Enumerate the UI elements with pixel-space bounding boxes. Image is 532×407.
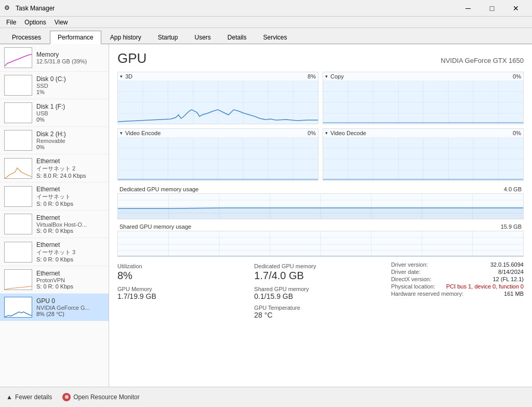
title-bar-text: Task Manager: [16, 5, 456, 12]
stat-temp-value: 28 °C: [254, 311, 387, 319]
tab-apphistory[interactable]: App history: [102, 31, 149, 44]
maximize-button[interactable]: □: [480, 0, 504, 17]
sidebar-item-ethernet5[interactable]: Ethernet ProtonVPN S: 0 R: 0 Kbps: [0, 266, 109, 294]
chart-decode-name: Video Decode: [330, 130, 366, 136]
sidebar-item-disk0[interactable]: Disk 0 (C:) SSD 1%: [0, 72, 109, 99]
chart-encode-label: ▾ Video Encode 0%: [118, 129, 318, 138]
sidebar-item-ethernet4[interactable]: Ethernet イーサネット 3 S: 0 R: 0 Kbps: [0, 238, 109, 266]
shared-memory-title: Shared GPU memory usage: [119, 224, 191, 230]
main-layout: Memory 12.5/31.8 GB (39%) Disk 0 (C:) SS…: [0, 44, 532, 387]
sidebar-item-memory[interactable]: Memory 12.5/31.8 GB (39%): [0, 44, 109, 72]
tab-processes[interactable]: Processes: [4, 31, 49, 44]
chart-3d-value: 8%: [308, 73, 316, 80]
sidebar-sub-memory: 12.5/31.8 GB (39%): [36, 58, 104, 64]
fewer-details-icon: ▲: [6, 393, 12, 401]
sidebar-name-gpu0: GPU 0: [36, 297, 104, 305]
sidebar-name-ethernet3: Ethernet: [36, 214, 104, 221]
sidebar-thumb-disk2: [4, 130, 32, 151]
charts-top-row: ▾ 3D 8%: [117, 72, 524, 124]
dedicated-memory-section: Dedicated GPU memory usage 4.0 GB: [117, 185, 524, 219]
minimize-button[interactable]: ─: [456, 0, 480, 17]
stat-driver-version-row: Driver version: 32.0.15.6094: [391, 261, 524, 268]
chevron-copy-icon: ▾: [325, 74, 328, 79]
chevron-encode-icon: ▾: [120, 130, 123, 136]
stat-driver-date-row: Driver date: 8/14/2024: [391, 268, 524, 275]
sidebar-sub-disk0: SSD: [36, 83, 104, 89]
charts-middle-row: ▾ Video Encode 0%: [117, 128, 524, 181]
sidebar-stat-ethernet5: S: 0 R: 0 Kbps: [36, 283, 104, 290]
svg-marker-56: [118, 208, 523, 219]
sidebar-name-disk2: Disk 2 (H:): [36, 130, 104, 138]
chart-copy-name: Copy: [330, 73, 344, 80]
sidebar-item-ethernet1[interactable]: Ethernet イーサネット 2 S: 8.0 R: 24.0 Kbps: [0, 154, 109, 182]
shared-memory-chart: [117, 231, 524, 257]
tab-details[interactable]: Details: [220, 31, 255, 44]
sidebar-item-disk2[interactable]: Disk 2 (H:) Removable 0%: [0, 127, 109, 154]
sidebar-sub-disk2: Removable: [36, 138, 104, 144]
sidebar-sub-gpu0: NVIDIA GeForce G...: [36, 305, 104, 311]
sidebar-item-disk1[interactable]: Disk 1 (F:) USB 0%: [0, 99, 109, 127]
sidebar-thumb-ethernet2: [4, 186, 32, 207]
fewer-details-link[interactable]: ▲ Fewer details: [6, 393, 52, 401]
sidebar-thumb-ethernet5: [4, 269, 32, 290]
sidebar-stat-ethernet3: S: 0 R: 0 Kbps: [36, 228, 104, 234]
title-bar: ⚙ Task Manager ─ □ ✕: [0, 0, 532, 17]
sidebar-sub-ethernet2: イーサネット: [36, 193, 104, 201]
stat-dedicated-label: Dedicated GPU memory: [254, 263, 387, 269]
chart-encode-name: Video Encode: [125, 130, 161, 136]
menu-bar: File Options View: [0, 17, 532, 28]
chart-decode-canvas: [323, 138, 523, 180]
resource-monitor-icon: ⊗: [62, 393, 71, 401]
stat-gpu-memory-value: 1.7/19.9 GB: [117, 292, 250, 300]
sidebar-item-gpu0[interactable]: GPU 0 NVIDIA GeForce G... 8% (28 °C): [0, 294, 109, 321]
chevron-3d-icon: ▾: [120, 74, 123, 79]
close-button[interactable]: ✕: [504, 0, 528, 17]
stat-driver-version-val: 32.0.15.6094: [490, 261, 524, 268]
app-icon: ⚙: [4, 4, 12, 12]
sidebar-name-ethernet5: Ethernet: [36, 270, 104, 277]
dedicated-memory-chart: [117, 193, 524, 219]
svg-rect-0: [5, 95, 32, 96]
dedicated-memory-value: 4.0 GB: [504, 186, 522, 192]
chart-copy-canvas: [323, 81, 523, 124]
shared-memory-label: Shared GPU memory usage 15.9 GB: [117, 222, 524, 231]
shared-memory-value: 15.9 GB: [501, 224, 522, 230]
stat-hw-reserved-row: Hardware reserved memory: 161 MB: [391, 290, 524, 297]
sidebar-name-disk0: Disk 0 (C:): [36, 75, 104, 83]
menu-options[interactable]: Options: [20, 18, 50, 27]
sidebar-item-ethernet3[interactable]: Ethernet VirtualBox Host-O... S: 0 R: 0 …: [0, 211, 109, 238]
chevron-decode-icon: ▾: [325, 130, 328, 136]
stat-utilization-value: 8%: [117, 269, 250, 282]
chart-3d-canvas: [118, 81, 318, 124]
open-resource-monitor-link[interactable]: ⊗ Open Resource Monitor: [62, 393, 139, 401]
sidebar-thumb-ethernet3: [4, 214, 32, 234]
stat-col-2: Dedicated GPU memory 1.7/4.0 GB Shared G…: [254, 261, 387, 319]
sidebar-stat-gpu0: 8% (28 °C): [36, 311, 104, 317]
sidebar-sub-disk1: USB: [36, 110, 104, 116]
dedicated-memory-label: Dedicated GPU memory usage 4.0 GB: [117, 185, 524, 193]
menu-view[interactable]: View: [50, 18, 72, 27]
chart-copy: ▾ Copy 0%: [323, 72, 524, 124]
stat-col-1: Utilization 8% GPU Memory 1.7/19.9 GB: [117, 261, 250, 319]
sidebar-item-ethernet2[interactable]: Ethernet イーサネット S: 0 R: 0 Kbps: [0, 182, 109, 211]
stat-driver-date-key: Driver date:: [391, 269, 421, 275]
menu-file[interactable]: File: [2, 18, 20, 27]
sidebar-thumb-ethernet4: [4, 242, 32, 262]
tab-services[interactable]: Services: [256, 31, 295, 44]
stat-utilization-label: Utilization: [117, 263, 250, 269]
tab-users[interactable]: Users: [187, 31, 218, 44]
sidebar-sub-ethernet3: VirtualBox Host-O...: [36, 221, 104, 228]
sidebar-info-ethernet5: Ethernet ProtonVPN S: 0 R: 0 Kbps: [36, 270, 104, 290]
stat-col-3: Driver version: 32.0.15.6094 Driver date…: [391, 261, 524, 319]
sidebar-stat-disk1: 0%: [36, 116, 104, 123]
tab-performance[interactable]: Performance: [50, 31, 101, 44]
sidebar-sub-ethernet1: イーサネット 2: [36, 165, 104, 173]
gpu-content: GPU NVIDIA GeForce GTX 1650 ▾ 3D 8%: [109, 44, 532, 387]
tab-startup[interactable]: Startup: [150, 31, 186, 44]
chart-decode-label: ▾ Video Decode 0%: [323, 129, 523, 138]
stat-driver-version-key: Driver version:: [391, 261, 428, 268]
sidebar-stat-disk2: 0%: [36, 144, 104, 150]
stat-hw-reserved-val: 161 MB: [504, 291, 524, 297]
stat-shared-value: 0.1/15.9 GB: [254, 292, 387, 300]
stat-directx-val: 12 (FL 12.1): [493, 276, 524, 282]
